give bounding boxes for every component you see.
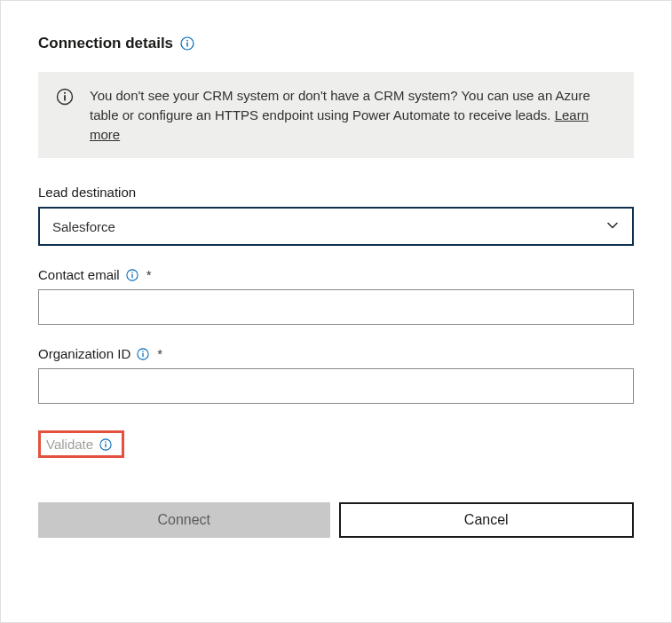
banner-text: You don't see your CRM system or don't h… (90, 86, 616, 144)
svg-point-4 (64, 92, 66, 94)
info-icon[interactable] (136, 347, 150, 361)
svg-rect-2 (186, 43, 187, 47)
info-icon[interactable] (180, 36, 194, 51)
organization-id-label: Organization ID * (38, 346, 634, 361)
svg-point-10 (142, 351, 144, 352)
lead-destination-select[interactable]: Salesforce (38, 207, 634, 246)
connection-details-panel: Connection details You don't see your CR… (0, 0, 672, 623)
lead-destination-label: Lead destination (38, 185, 634, 200)
organization-id-label-text: Organization ID (38, 346, 130, 361)
chevron-down-icon (605, 218, 620, 235)
info-icon (56, 88, 74, 106)
validate-highlight: Validate (38, 430, 124, 458)
svg-point-13 (105, 441, 107, 443)
contact-email-input[interactable] (38, 289, 634, 325)
lead-destination-label-text: Lead destination (38, 185, 136, 200)
validate-link[interactable]: Validate (46, 437, 93, 452)
svg-rect-11 (143, 353, 144, 357)
panel-heading: Connection details (38, 35, 173, 52)
contact-email-label-text: Contact email (38, 267, 120, 282)
contact-email-label: Contact email * (38, 267, 634, 282)
organization-id-field: Organization ID * (38, 346, 634, 404)
required-mark: * (157, 346, 162, 361)
lead-destination-value: Salesforce (52, 219, 115, 234)
required-mark: * (146, 267, 152, 282)
svg-rect-8 (131, 274, 132, 278)
info-icon[interactable] (99, 438, 113, 452)
organization-id-input[interactable] (38, 368, 634, 404)
lead-destination-field: Lead destination Salesforce (38, 185, 634, 246)
svg-point-7 (131, 272, 133, 273)
contact-email-field: Contact email * (38, 267, 634, 325)
svg-rect-5 (64, 95, 66, 100)
connect-button[interactable]: Connect (38, 502, 330, 538)
svg-rect-14 (105, 444, 106, 447)
banner-message: You don't see your CRM system or don't h… (90, 88, 590, 122)
info-icon[interactable] (125, 268, 139, 282)
info-banner: You don't see your CRM system or don't h… (38, 72, 634, 158)
heading-row: Connection details (38, 35, 634, 52)
button-row: Connect Cancel (38, 502, 634, 538)
cancel-button[interactable]: Cancel (339, 502, 635, 538)
svg-point-1 (186, 40, 188, 42)
